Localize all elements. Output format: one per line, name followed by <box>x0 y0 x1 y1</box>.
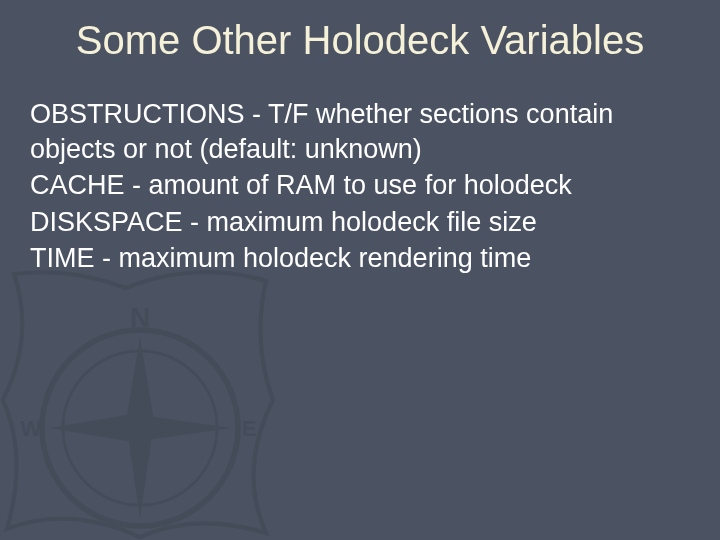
variable-entry: DISKSPACE - maximum holodeck file size <box>30 205 690 240</box>
var-desc: - maximum holodeck file size <box>183 207 537 237</box>
slide-container: Some Other Holodeck Variables OBSTRUCTIO… <box>0 0 720 540</box>
variable-entry: OBSTRUCTIONS - T/F whether sections cont… <box>30 97 690 166</box>
var-term: DISKSPACE <box>30 207 183 237</box>
var-term: OBSTRUCTIONS <box>30 99 245 129</box>
slide-body: OBSTRUCTIONS - T/F whether sections cont… <box>30 97 690 276</box>
var-term: CACHE <box>30 170 125 200</box>
slide-title: Some Other Holodeck Variables <box>30 18 690 63</box>
variable-entry: CACHE - amount of RAM to use for holodec… <box>30 168 690 203</box>
var-desc: - maximum holodeck rendering time <box>95 243 532 273</box>
var-term: TIME <box>30 243 95 273</box>
variable-entry: TIME - maximum holodeck rendering time <box>30 241 690 276</box>
var-desc: - amount of RAM to use for holodeck <box>125 170 572 200</box>
